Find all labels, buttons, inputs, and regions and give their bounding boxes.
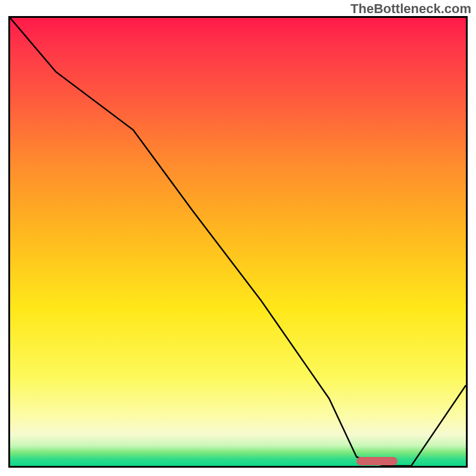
optimal-marker xyxy=(356,457,397,465)
watermark-text: TheBottleneck.com xyxy=(350,1,471,17)
chart-area xyxy=(8,16,468,468)
bottleneck-curve xyxy=(10,18,466,466)
